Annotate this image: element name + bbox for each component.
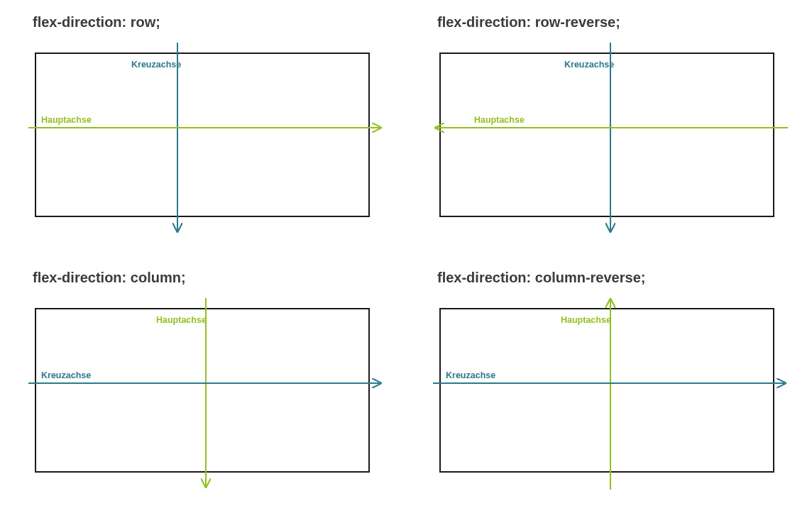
main-axis-label: Hauptachse [41, 115, 92, 125]
flex-container-box [35, 309, 369, 472]
cross-axis-label: Kreuzachse [41, 370, 91, 380]
main-axis-label: Hauptachse [561, 315, 611, 325]
main-axis-label: Hauptachse [156, 315, 207, 325]
flex-container-box [35, 53, 369, 216]
flex-container-box [440, 53, 774, 216]
panel-flex-column-reverse: flex-direction: column-reverse; Hauptach… [433, 270, 788, 497]
panel-flex-row-reverse: flex-direction: row-reverse; Kreuzachse … [433, 14, 788, 241]
panel-flex-column: flex-direction: column; Hauptachse Kreuz… [28, 270, 383, 497]
panel-title-row: flex-direction: row; [33, 14, 383, 31]
panel-title-row-reverse: flex-direction: row-reverse; [437, 14, 788, 31]
cross-axis-label: Kreuzachse [446, 370, 495, 380]
main-axis-label: Hauptachse [474, 115, 525, 125]
diagram-column-reverse: Hauptachse Kreuzachse [433, 294, 788, 493]
panel-title-column: flex-direction: column; [33, 270, 383, 286]
diagram-row: Kreuzachse Hauptachse [28, 39, 383, 238]
cross-axis-label: Kreuzachse [564, 60, 614, 70]
flex-container-box [440, 309, 774, 472]
diagram-column: Hauptachse Kreuzachse [28, 294, 383, 493]
diagram-row-reverse: Kreuzachse Hauptachse [433, 39, 788, 238]
cross-axis-label: Kreuzachse [131, 60, 181, 70]
panel-title-column-reverse: flex-direction: column-reverse; [437, 270, 788, 286]
panel-flex-row: flex-direction: row; Kreuzachse Hauptach… [28, 14, 383, 241]
